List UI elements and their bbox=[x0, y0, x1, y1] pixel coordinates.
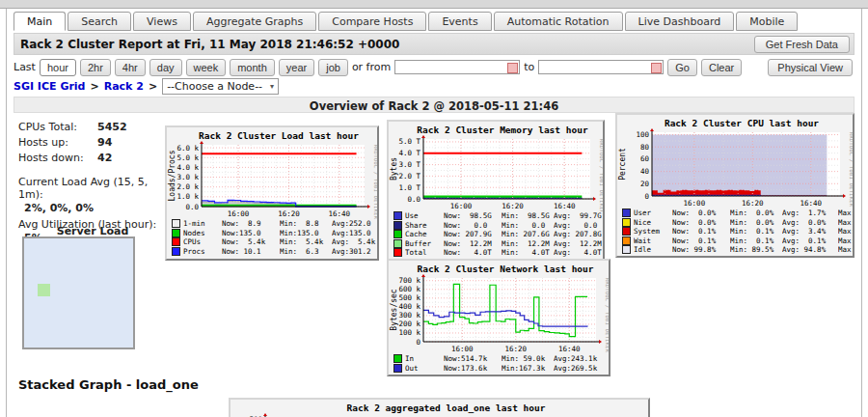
svg-text:1.0 T: 1.0 T bbox=[398, 183, 420, 192]
range-2hr-button[interactable]: 2hr bbox=[80, 59, 111, 76]
calendar-icon[interactable] bbox=[507, 63, 518, 73]
legend-cell: Nice bbox=[634, 218, 672, 227]
legend-cell: Idle bbox=[634, 245, 672, 254]
graph-title: Rack 2 Cluster Load last hour bbox=[167, 127, 377, 141]
pie-slice-green bbox=[38, 284, 50, 296]
legend-cell: User bbox=[634, 208, 672, 217]
cluster-report-title: Rack 2 Cluster Report at Fri, 11 May 201… bbox=[20, 38, 399, 51]
tab-compare-hosts[interactable]: Compare Hosts bbox=[318, 12, 426, 31]
stat-hosts-up: Hosts up: 94 bbox=[18, 136, 163, 149]
graph-plot: 0.01.0 T2.0 T3.0 T4.0 T5.0 T16:0016:2016… bbox=[389, 135, 603, 211]
svg-text:16:00: 16:00 bbox=[450, 202, 473, 210]
svg-text:Percent: Percent bbox=[618, 148, 627, 181]
legend-row: ProcsNow: 10.1Min: 6.3Avg:301.2Max:698. bbox=[172, 247, 377, 257]
stat-value: 2%, 0%, 0% bbox=[24, 202, 163, 214]
svg-text:200 k: 200 k bbox=[398, 320, 420, 328]
legend-swatch bbox=[393, 364, 402, 373]
range-week-button[interactable]: week bbox=[186, 59, 227, 76]
tab-automatic-rotation[interactable]: Automatic Rotation bbox=[494, 12, 623, 31]
legend-cell: Now: 99.8% bbox=[672, 245, 730, 254]
calendar-icon[interactable] bbox=[651, 63, 662, 73]
node-select-dropdown[interactable]: --Choose a Node-- ▾ bbox=[162, 78, 279, 95]
legend-cell: Max: 3.5% bbox=[838, 208, 853, 217]
last-label: Last bbox=[14, 61, 36, 73]
svg-text:60: 60 bbox=[640, 154, 650, 163]
go-button[interactable]: Go bbox=[667, 59, 697, 76]
stat-label: Hosts up: bbox=[18, 136, 97, 149]
legend-cell: Max: 0.1% bbox=[838, 236, 853, 245]
get-fresh-data-button[interactable]: Get Fresh Data bbox=[754, 36, 850, 53]
svg-text:16:00: 16:00 bbox=[451, 345, 474, 353]
breadcrumb-grid-link[interactable]: SGI ICE Grid bbox=[14, 80, 85, 93]
svg-text:0.0: 0.0 bbox=[407, 195, 420, 204]
legend-row: CPUsNow: 5.4kMin: 5.4kAvg: 5.4kMax: 5. bbox=[172, 237, 377, 247]
legend-cell: Avg: 1.7% bbox=[782, 208, 838, 217]
tab-main[interactable]: Main bbox=[14, 12, 66, 31]
legend-cell: Share bbox=[405, 221, 444, 230]
legend-cell: Nodes bbox=[183, 229, 222, 237]
svg-text:5.0 T: 5.0 T bbox=[398, 137, 420, 146]
overview-content: CPUs Total: 5452 Hosts up: 94 Hosts down… bbox=[14, 113, 854, 417]
svg-text:16:40: 16:40 bbox=[554, 202, 576, 210]
range-4hr-button[interactable]: 4hr bbox=[115, 59, 146, 76]
legend-swatch bbox=[393, 230, 402, 238]
tab-live-dashboard[interactable]: Live Dashboard bbox=[625, 12, 735, 31]
clear-button[interactable]: Clear bbox=[701, 59, 742, 76]
range-job-button[interactable]: job bbox=[318, 59, 348, 76]
legend-cell: Now: 5.4k bbox=[222, 237, 280, 246]
legend-row: TotalNow: 4.0TMin: 4.0TAvg: 4.0TMax: 4.0… bbox=[393, 248, 603, 258]
legend-cell: In bbox=[405, 354, 444, 363]
time-range-bar: Last hour 2hr 4hr day week month year jo… bbox=[14, 58, 854, 76]
legend-swatch bbox=[172, 229, 180, 237]
physical-view-button[interactable]: Physical View bbox=[768, 59, 853, 76]
range-year-button[interactable]: year bbox=[279, 59, 314, 76]
svg-text:Bytes/sec: Bytes/sec bbox=[390, 289, 398, 331]
to-date-input[interactable] bbox=[538, 60, 664, 74]
graph-plot: 0100 k200 k300 k400 k500 k600 k700 k16:0… bbox=[389, 274, 609, 354]
cluster-load-graph[interactable]: Rack 2 Cluster Load last hour0.01.0 k2.0… bbox=[165, 125, 379, 261]
svg-text:80: 80 bbox=[640, 143, 650, 152]
svg-text:16:40: 16:40 bbox=[800, 199, 822, 208]
legend-cell: Min: 4.0T bbox=[502, 248, 554, 257]
tab-events[interactable]: Events bbox=[428, 12, 491, 31]
legend-cell: Now: 0.0 bbox=[444, 221, 502, 230]
cluster-memory-graph[interactable]: Rack 2 Cluster Memory last hour0.01.0 T2… bbox=[387, 120, 605, 261]
legend-cell: Avg: 99.7G bbox=[554, 211, 603, 220]
legend-cell: Now: 4.0T bbox=[444, 248, 502, 257]
tab-views[interactable]: Views bbox=[133, 12, 191, 31]
cluster-network-graph[interactable]: Rack 2 Cluster Network last hour0100 k20… bbox=[387, 259, 610, 376]
range-day-button[interactable]: day bbox=[149, 59, 182, 76]
cluster-cpu-graph[interactable]: Rack 2 Cluster CPU last hour020406080100… bbox=[615, 113, 854, 258]
legend-row: IdleNow: 99.8%Min: 89.5%Avg: 94.8%Max: 9… bbox=[622, 245, 853, 255]
legend-cell: Min: 0.0% bbox=[730, 218, 782, 227]
svg-text:16:40: 16:40 bbox=[329, 209, 351, 218]
range-month-button[interactable]: month bbox=[230, 59, 275, 76]
svg-text:0.0: 0.0 bbox=[185, 203, 199, 211]
svg-text:Bytes: Bytes bbox=[390, 157, 398, 181]
svg-text:5.0 k: 5.0 k bbox=[176, 153, 199, 162]
legend-cell: Avg:135.0 bbox=[332, 229, 377, 237]
graph-legend: UseNow: 98.5GMin: 98.5GAvg: 99.7GMax: 10… bbox=[389, 211, 603, 258]
svg-text:16:40: 16:40 bbox=[558, 345, 581, 353]
breadcrumb-cluster-link[interactable]: Rack 2 bbox=[104, 80, 144, 93]
tab-mobile[interactable]: Mobile bbox=[736, 12, 798, 31]
legend-cell: Avg: 4.0T bbox=[554, 248, 603, 257]
svg-text:100: 100 bbox=[636, 130, 649, 139]
tab-search[interactable]: Search bbox=[68, 12, 131, 31]
svg-text:500 k: 500 k bbox=[398, 293, 420, 302]
overview-bar: Overview of Rack 2 @ 2018-05-11 21:46 bbox=[14, 97, 854, 113]
svg-text:16:20: 16:20 bbox=[504, 345, 527, 353]
legend-cell: Avg: 0.0 bbox=[554, 221, 603, 230]
from-date-input[interactable] bbox=[394, 60, 520, 74]
legend-cell: Max: 99.8% bbox=[838, 245, 853, 254]
legend-row: 1-minNow: 8.9Min: 8.8Avg:252.0Max:462. bbox=[172, 219, 377, 229]
legend-cell: Avg:252.0 bbox=[332, 219, 377, 228]
tab-aggregate-graphs[interactable]: Aggregate Graphs bbox=[193, 12, 316, 31]
legend-cell: Min: 98.5G bbox=[502, 211, 554, 220]
range-hour-button[interactable]: hour bbox=[40, 59, 76, 76]
aggregated-load-graph[interactable]: Rack 2 aggregated load_one last hour500R… bbox=[229, 398, 650, 417]
svg-text:0: 0 bbox=[644, 192, 649, 201]
legend-swatch bbox=[622, 208, 631, 217]
legend-cell: Procs bbox=[183, 247, 222, 256]
cluster-report-header: Rack 2 Cluster Report at Fri, 11 May 201… bbox=[14, 33, 854, 55]
